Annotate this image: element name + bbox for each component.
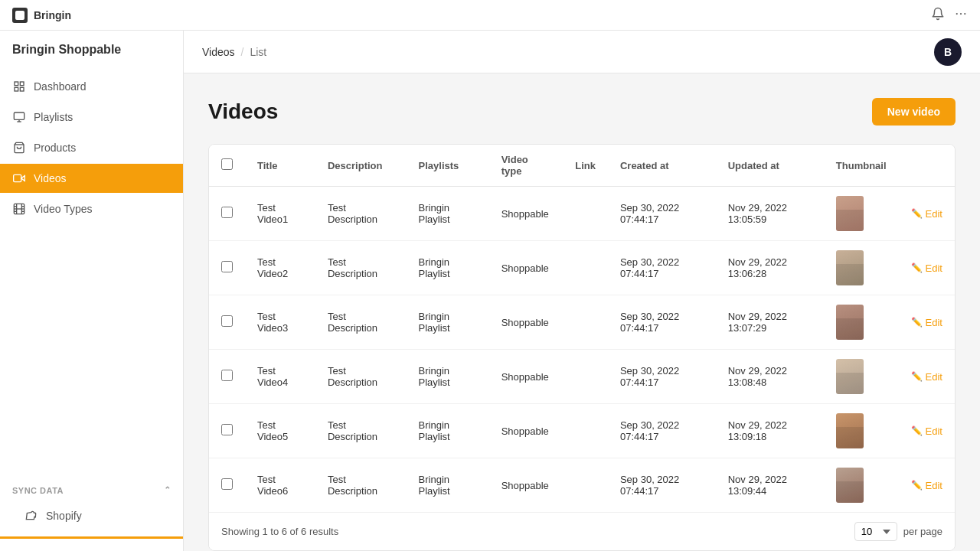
header-bar: Videos / List B (184, 31, 980, 73)
row-title: Test Video3 (245, 295, 315, 350)
row-link (563, 187, 608, 241)
row-created-at: Sep 30, 2022 07:44:17 (608, 295, 716, 350)
sidebar-item-video-types[interactable]: Video Types (0, 194, 183, 223)
shopify-icon (24, 509, 38, 523)
new-video-button[interactable]: New video (872, 98, 956, 126)
row-updated-at: Nov 29, 2022 13:09:44 (716, 458, 824, 513)
row-playlists: Bringin Playlist (407, 241, 489, 295)
svg-rect-6 (15, 87, 18, 91)
edit-button[interactable]: ✏️ Edit (911, 262, 942, 274)
row-link (563, 241, 608, 295)
row-video-type: Shoppable (489, 295, 564, 350)
sidebar-item-videos[interactable]: Videos (0, 164, 183, 193)
edit-button[interactable]: ✏️ Edit (911, 317, 942, 328)
row-checkbox-cell (209, 404, 245, 458)
chevron-up-icon: ⌃ (164, 485, 172, 495)
col-link: Link (563, 145, 608, 187)
row-checkbox[interactable] (221, 261, 233, 272)
edit-icon: ✏️ (911, 317, 923, 328)
edit-button[interactable]: ✏️ Edit (911, 371, 942, 383)
svg-point-0 (956, 12, 958, 14)
edit-icon: ✏️ (911, 262, 923, 273)
row-checkbox-cell (209, 350, 245, 404)
row-updated-at: Nov 29, 2022 13:08:48 (716, 350, 824, 404)
row-description: Test Description (315, 187, 407, 241)
sidebar-item-dashboard[interactable]: Dashboard (0, 72, 183, 101)
table-row: Test Video1 Test Description Bringin Pla… (209, 187, 955, 241)
edit-button[interactable]: ✏️ Edit (911, 425, 942, 437)
showing-text: Showing 1 to 6 of 6 results (221, 526, 338, 537)
col-actions (899, 145, 955, 187)
row-actions: ✏️ Edit (899, 187, 955, 241)
svg-rect-3 (15, 82, 18, 86)
per-page-select[interactable]: 102550100 (854, 522, 897, 541)
table-row: Test Video5 Test Description Bringin Pla… (209, 404, 955, 458)
edit-label: Edit (926, 425, 942, 437)
breadcrumb-current: List (250, 46, 266, 58)
row-video-type: Shoppable (489, 187, 564, 241)
row-checkbox-cell (209, 241, 245, 295)
row-playlists: Bringin Playlist (407, 404, 489, 458)
row-checkbox[interactable] (221, 315, 233, 327)
bell-icon[interactable] (931, 7, 945, 24)
breadcrumb: Videos / List (202, 46, 266, 58)
row-checkbox[interactable] (221, 370, 233, 381)
dashboard-icon (12, 80, 26, 93)
app-name: Bringin (34, 9, 71, 21)
row-playlists: Bringin Playlist (407, 350, 489, 404)
row-description: Test Description (315, 458, 407, 513)
row-checkbox[interactable] (221, 424, 233, 435)
row-playlists: Bringin Playlist (407, 187, 489, 241)
edit-button[interactable]: ✏️ Edit (911, 208, 942, 220)
row-updated-at: Nov 29, 2022 13:05:59 (716, 187, 824, 241)
row-description: Test Description (315, 350, 407, 404)
sidebar-item-playlists[interactable]: Playlists (0, 103, 183, 132)
page-header: Videos New video (208, 98, 956, 126)
playlists-icon (12, 110, 26, 124)
row-updated-at: Nov 29, 2022 13:06:28 (716, 241, 824, 295)
row-video-type: Shoppable (489, 350, 564, 404)
sync-section-label[interactable]: SYNC DATA ⌃ (12, 485, 171, 495)
table-header-row: Title Description Playlists Video type L… (209, 145, 955, 187)
sidebar-item-video-types-label: Video Types (34, 203, 93, 215)
edit-label: Edit (926, 371, 942, 383)
row-created-at: Sep 30, 2022 07:44:17 (608, 241, 716, 295)
svg-rect-5 (20, 87, 24, 91)
user-avatar[interactable]: B (934, 38, 962, 66)
row-thumbnail (824, 187, 899, 241)
more-icon[interactable] (954, 7, 968, 24)
sidebar-item-playlists-label: Playlists (34, 111, 73, 123)
app-logo (12, 8, 28, 23)
table-row: Test Video3 Test Description Bringin Pla… (209, 295, 955, 350)
edit-icon: ✏️ (911, 371, 923, 382)
page-content: Videos New video Title Description Playl… (184, 73, 980, 551)
row-actions: ✏️ Edit (899, 404, 955, 458)
svg-rect-12 (14, 174, 21, 181)
sidebar-item-shopify[interactable]: Shopify (12, 501, 171, 530)
breadcrumb-root[interactable]: Videos (202, 46, 235, 58)
row-checkbox[interactable] (221, 207, 233, 218)
select-all-checkbox[interactable] (221, 158, 233, 170)
row-title: Test Video6 (245, 458, 315, 513)
table-row: Test Video2 Test Description Bringin Pla… (209, 241, 955, 295)
edit-label: Edit (926, 317, 942, 328)
row-thumbnail (824, 458, 899, 513)
row-checkbox-cell (209, 295, 245, 350)
table-body: Test Video1 Test Description Bringin Pla… (209, 187, 955, 513)
edit-button[interactable]: ✏️ Edit (911, 480, 942, 491)
row-created-at: Sep 30, 2022 07:44:17 (608, 350, 716, 404)
edit-label: Edit (926, 480, 942, 491)
table-footer: Showing 1 to 6 of 6 results 102550100 pe… (209, 512, 955, 550)
table-row: Test Video6 Test Description Bringin Pla… (209, 458, 955, 513)
row-checkbox[interactable] (221, 478, 233, 490)
col-updated-at: Updated at (716, 145, 824, 187)
sidebar-item-products[interactable]: Products (0, 133, 183, 162)
topbar-right (931, 7, 968, 24)
col-video-type: Video type (489, 145, 564, 187)
sidebar-brand: Bringin Shoppable (0, 43, 183, 72)
sync-items: Shopify (12, 501, 171, 530)
row-updated-at: Nov 29, 2022 13:07:29 (716, 295, 824, 350)
row-playlists: Bringin Playlist (407, 458, 489, 513)
video-types-icon (12, 202, 26, 216)
edit-label: Edit (926, 208, 942, 220)
